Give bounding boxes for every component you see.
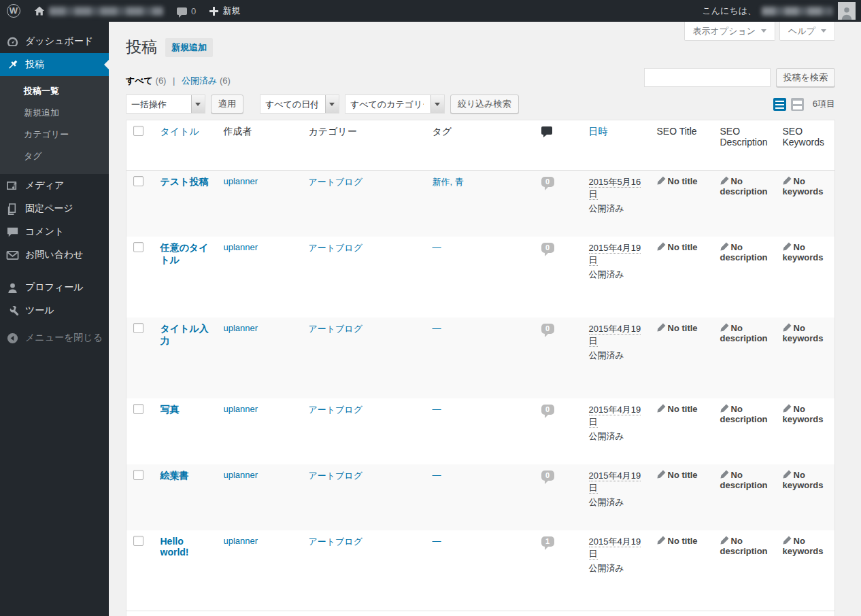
comment-count-badge[interactable]: 0 bbox=[541, 405, 554, 415]
comment-count-badge[interactable]: 0 bbox=[541, 470, 554, 481]
tags-link[interactable]: — bbox=[433, 470, 441, 480]
sidebar-item-pages[interactable]: 固定ページ bbox=[0, 197, 109, 220]
submenu-item-add-new[interactable]: 新規追加 bbox=[0, 102, 109, 124]
seo-description-field[interactable]: No description bbox=[720, 536, 768, 556]
date-filter-select[interactable]: すべての日付 bbox=[260, 95, 339, 113]
excerpt-view-icon[interactable] bbox=[791, 98, 804, 111]
category-link[interactable]: アートブログ bbox=[309, 177, 363, 187]
submenu-item-tags[interactable]: タグ bbox=[0, 146, 109, 167]
posts-submenu: 投稿一覧 新規追加 カテゴリー タグ bbox=[0, 76, 109, 174]
seo-title-field[interactable]: No title bbox=[657, 404, 698, 414]
post-status: 公開済み bbox=[589, 269, 643, 281]
table-header-row: タイトル 作成者 カテゴリー タグ 日時 SEO Title SEO Descr… bbox=[126, 120, 835, 171]
author-link[interactable]: uplanner bbox=[224, 176, 258, 186]
sidebar-item-tools[interactable]: ツール bbox=[0, 299, 109, 322]
post-row: 任意のタイトル uplanner アートブログ — 0 2015年4月19日 公… bbox=[126, 237, 835, 318]
seo-title-field[interactable]: No title bbox=[657, 242, 698, 252]
comment-count-badge[interactable]: 0 bbox=[541, 243, 554, 253]
tags-link[interactable]: — bbox=[433, 404, 441, 414]
sort-by-date[interactable]: 日時 bbox=[589, 126, 608, 137]
category-link[interactable]: アートブログ bbox=[309, 324, 363, 334]
row-checkbox[interactable] bbox=[133, 176, 144, 186]
menu-separator bbox=[0, 267, 109, 276]
author-link[interactable]: uplanner bbox=[224, 470, 258, 480]
sidebar-item-comments[interactable]: コメント bbox=[0, 220, 109, 243]
seo-title-field[interactable]: No title bbox=[657, 536, 698, 546]
pencil-icon bbox=[657, 470, 666, 479]
admin-bar-account[interactable]: こんにちは、 bbox=[702, 2, 861, 20]
main-content: 表示オプション ヘルプ 投稿 新規追加 すべて (6) | 公開済み (6) 投… bbox=[109, 22, 861, 616]
seo-title-field[interactable]: No title bbox=[657, 470, 698, 480]
post-title-link[interactable]: タイトル入力 bbox=[161, 323, 209, 346]
sidebar-item-media[interactable]: メディア bbox=[0, 174, 109, 197]
sort-by-title[interactable]: タイトル bbox=[161, 126, 199, 137]
post-title-link[interactable]: Hello world! bbox=[161, 536, 189, 558]
sidebar-item-contact[interactable]: お問い合わせ bbox=[0, 243, 109, 267]
seo-description-field[interactable]: No description bbox=[720, 404, 768, 424]
screen-options-tab[interactable]: 表示オプション bbox=[684, 22, 776, 41]
posts-table: タイトル 作成者 カテゴリー タグ 日時 SEO Title SEO Descr… bbox=[126, 120, 835, 616]
tags-link[interactable]: — bbox=[433, 242, 441, 252]
list-view-icon[interactable] bbox=[773, 98, 786, 111]
seo-keywords-field[interactable]: No keywords bbox=[783, 242, 824, 262]
sidebar-item-posts[interactable]: 投稿 bbox=[0, 53, 109, 76]
search-posts-button[interactable]: 投稿を検索 bbox=[776, 68, 835, 87]
seo-keywords-field[interactable]: No keywords bbox=[783, 323, 824, 343]
post-row: Hello world! uplanner アートブログ — 1 2015年4月… bbox=[126, 530, 835, 611]
category-link[interactable]: アートブログ bbox=[309, 405, 363, 415]
sidebar-item-dashboard[interactable]: ダッシュボード bbox=[0, 30, 109, 53]
category-filter-select[interactable]: すべてのカテゴリー bbox=[345, 95, 444, 113]
search-input[interactable] bbox=[644, 68, 771, 87]
filter-all-link[interactable]: すべて bbox=[126, 75, 153, 86]
seo-description-field[interactable]: No description bbox=[720, 323, 768, 343]
sidebar-item-collapse-menu[interactable]: メニューを閉じる bbox=[0, 326, 109, 349]
seo-keywords-field[interactable]: No keywords bbox=[783, 404, 824, 424]
help-tab[interactable]: ヘルプ bbox=[779, 22, 835, 41]
apply-button[interactable]: 適用 bbox=[211, 95, 243, 114]
row-checkbox[interactable] bbox=[133, 323, 144, 333]
category-link[interactable]: アートブログ bbox=[309, 470, 363, 481]
seo-keywords-field[interactable]: No keywords bbox=[783, 470, 824, 490]
select-all-checkbox[interactable] bbox=[133, 126, 144, 136]
comment-count-badge[interactable]: 1 bbox=[541, 536, 554, 547]
post-title-link[interactable]: 任意のタイトル bbox=[161, 242, 209, 265]
seo-keywords-field[interactable]: No keywords bbox=[783, 536, 824, 556]
seo-description-field[interactable]: No description bbox=[720, 176, 768, 196]
tags-link[interactable]: 新作, 青 bbox=[433, 177, 464, 187]
sidebar-item-profile[interactable]: プロフィール bbox=[0, 276, 109, 299]
admin-bar-new-menu[interactable]: 新規 bbox=[203, 0, 247, 22]
row-checkbox[interactable] bbox=[133, 470, 144, 480]
comment-count-badge[interactable]: 0 bbox=[541, 324, 554, 334]
bulk-actions-select[interactable]: 一括操作 bbox=[126, 95, 205, 113]
author-link[interactable]: uplanner bbox=[224, 404, 258, 414]
site-link[interactable] bbox=[27, 0, 170, 22]
row-checkbox[interactable] bbox=[133, 404, 144, 414]
tags-link[interactable]: — bbox=[433, 536, 441, 546]
submenu-item-all-posts[interactable]: 投稿一覧 bbox=[0, 80, 109, 102]
filter-published-link[interactable]: 公開済み bbox=[182, 75, 217, 86]
tags-link[interactable]: — bbox=[433, 323, 441, 333]
seo-title-field[interactable]: No title bbox=[657, 323, 698, 333]
wordpress-logo-menu[interactable] bbox=[0, 0, 27, 22]
comment-count-badge[interactable]: 0 bbox=[541, 177, 554, 187]
row-checkbox[interactable] bbox=[133, 242, 144, 252]
row-checkbox[interactable] bbox=[133, 536, 144, 546]
site-name-blurred bbox=[49, 7, 163, 16]
category-link[interactable]: アートブログ bbox=[309, 536, 363, 547]
admin-bar-comments[interactable]: 0 bbox=[170, 0, 203, 22]
post-title-link[interactable]: テスト投稿 bbox=[161, 176, 209, 187]
category-link[interactable]: アートブログ bbox=[309, 243, 363, 253]
post-title-link[interactable]: 写真 bbox=[161, 404, 180, 415]
seo-description-field[interactable]: No description bbox=[720, 242, 768, 262]
filter-button[interactable]: 絞り込み検索 bbox=[450, 95, 519, 114]
author-link[interactable]: uplanner bbox=[224, 242, 258, 252]
author-link[interactable]: uplanner bbox=[224, 323, 258, 333]
pencil-icon bbox=[657, 323, 666, 332]
seo-keywords-field[interactable]: No keywords bbox=[783, 176, 824, 196]
submenu-item-categories[interactable]: カテゴリー bbox=[0, 124, 109, 146]
add-new-button[interactable]: 新規追加 bbox=[165, 38, 213, 57]
author-link[interactable]: uplanner bbox=[224, 536, 258, 546]
seo-description-field[interactable]: No description bbox=[720, 470, 768, 490]
post-title-link[interactable]: 絵葉書 bbox=[161, 470, 189, 481]
seo-title-field[interactable]: No title bbox=[657, 176, 698, 186]
